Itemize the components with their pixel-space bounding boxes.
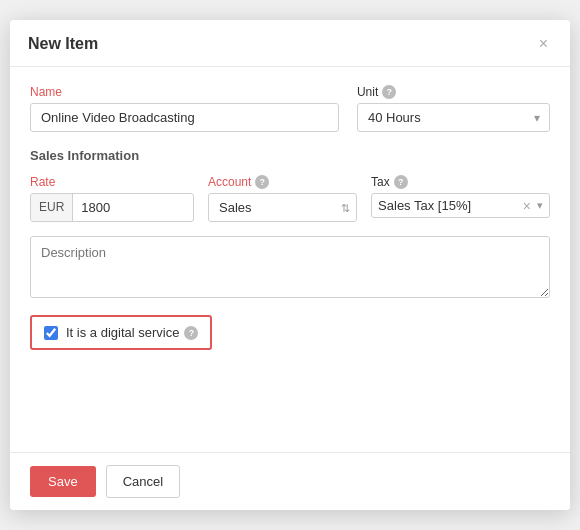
- account-help-icon: ?: [255, 175, 269, 189]
- name-input[interactable]: [30, 103, 339, 132]
- tax-label: Tax ?: [371, 175, 550, 189]
- unit-help-icon: ?: [382, 85, 396, 99]
- digital-service-checkbox[interactable]: [44, 326, 58, 340]
- rate-currency: EUR: [31, 194, 73, 221]
- tax-help-icon: ?: [394, 175, 408, 189]
- cancel-button[interactable]: Cancel: [106, 465, 180, 498]
- section-title: Sales Information: [30, 148, 550, 163]
- modal-header: New Item ×: [10, 20, 570, 67]
- digital-service-help-icon: ?: [184, 326, 198, 340]
- unit-label: Unit ?: [357, 85, 550, 99]
- rate-group: Rate EUR: [30, 175, 194, 222]
- tax-value: Sales Tax [15%]: [378, 198, 517, 213]
- tax-input-wrap: Sales Tax [15%] × ▾: [371, 193, 550, 218]
- name-group: Name: [30, 85, 339, 132]
- rate-label: Rate: [30, 175, 194, 189]
- digital-service-row: It is a digital service ?: [30, 315, 212, 350]
- unit-group: Unit ? 40 Hours Hours Days Months: [357, 85, 550, 132]
- tax-dropdown-icon: ▾: [537, 199, 543, 212]
- description-group: [30, 236, 550, 301]
- digital-service-label[interactable]: It is a digital service ?: [66, 325, 198, 340]
- account-select-wrap: Sales Revenue Other: [208, 193, 357, 222]
- rate-input-wrap: EUR: [30, 193, 194, 222]
- account-select[interactable]: Sales Revenue Other: [208, 193, 357, 222]
- save-button[interactable]: Save: [30, 466, 96, 497]
- new-item-modal: New Item × Name Unit ? 40 Hours Hours Da…: [10, 20, 570, 510]
- account-label: Account ?: [208, 175, 357, 189]
- rate-input[interactable]: [73, 194, 153, 221]
- name-unit-row: Name Unit ? 40 Hours Hours Days Months: [30, 85, 550, 132]
- sales-row: Rate EUR Account ? Sales Revenue Other: [30, 175, 550, 222]
- tax-group: Tax ? Sales Tax [15%] × ▾: [371, 175, 550, 218]
- account-group: Account ? Sales Revenue Other: [208, 175, 357, 222]
- name-label: Name: [30, 85, 339, 99]
- description-input[interactable]: [30, 236, 550, 298]
- close-button[interactable]: ×: [535, 34, 552, 54]
- unit-select-wrapper: 40 Hours Hours Days Months: [357, 103, 550, 132]
- tax-clear-button[interactable]: ×: [521, 199, 533, 213]
- unit-select[interactable]: 40 Hours Hours Days Months: [357, 103, 550, 132]
- modal-body: Name Unit ? 40 Hours Hours Days Months: [10, 67, 570, 452]
- modal-title: New Item: [28, 35, 98, 53]
- modal-footer: Save Cancel: [10, 452, 570, 510]
